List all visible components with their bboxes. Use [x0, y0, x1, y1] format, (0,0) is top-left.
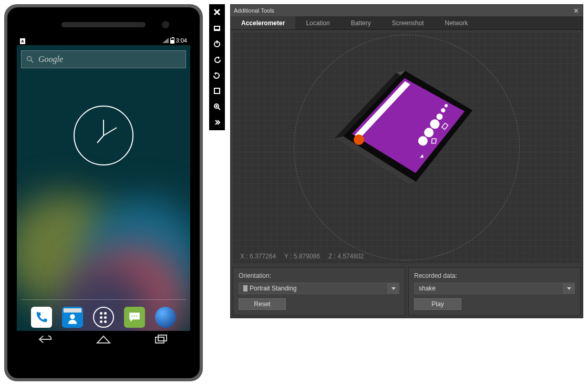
phone-screen[interactable]: A 3:04 Google — [17, 36, 190, 350]
rotate-right-button[interactable] — [209, 67, 225, 83]
3d-pivot-handle[interactable] — [354, 134, 364, 145]
svg-point-6 — [70, 314, 75, 319]
status-left: A — [20, 37, 25, 44]
recorded-select[interactable]: shake — [414, 283, 575, 294]
recorded-group: Recorded data: shake Play — [408, 267, 581, 316]
reset-button[interactable]: Reset — [239, 298, 286, 310]
battery-icon — [170, 38, 174, 44]
search-icon — [26, 55, 34, 64]
speaker-grille — [61, 22, 146, 27]
panel-header: Additional Tools ✕ — [231, 5, 583, 16]
search-placeholder: Google — [38, 55, 63, 64]
tab-accelerometer[interactable]: Accelerometer — [231, 16, 295, 29]
zoom-button[interactable] — [209, 99, 225, 115]
recorded-label: Recorded data: — [414, 272, 575, 279]
emulator-device: A 3:04 Google — [4, 4, 203, 381]
orientation-select[interactable]: Portrait Standing — [239, 283, 399, 294]
signal-icon — [162, 38, 169, 43]
status-right: 3:04 — [162, 37, 187, 44]
keyboard-indicator: A — [20, 38, 25, 44]
panel-tabs: Accelerometer Location Battery Screensho… — [231, 16, 583, 30]
orientation-group: Orientation: Portrait Standing Reset — [233, 267, 405, 316]
recent-button[interactable] — [154, 335, 169, 346]
clock-text: 3:04 — [176, 37, 187, 44]
front-camera — [162, 21, 169, 28]
browser-app-icon[interactable] — [155, 307, 176, 328]
svg-point-7 — [131, 316, 132, 317]
dock-divider — [21, 299, 186, 300]
rotate-left-button[interactable] — [209, 51, 225, 67]
controls-row: Orientation: Portrait Standing Reset Rec… — [231, 265, 583, 318]
minimize-button[interactable] — [209, 20, 225, 36]
home-button[interactable] — [96, 335, 111, 346]
svg-rect-16 — [214, 88, 220, 93]
tab-network[interactable]: Network — [434, 16, 478, 29]
tab-location[interactable]: Location — [295, 16, 340, 29]
dock — [17, 307, 190, 328]
close-button[interactable] — [209, 4, 225, 20]
back-button[interactable] — [38, 335, 53, 346]
panel-close-button[interactable]: ✕ — [572, 7, 580, 14]
messaging-app-icon[interactable] — [124, 307, 145, 328]
google-search-widget[interactable]: Google — [21, 50, 186, 68]
more-tools-button[interactable] — [209, 115, 225, 130]
svg-line-5 — [97, 136, 104, 143]
coord-y: Y : 5.879086 — [284, 253, 320, 260]
coord-x: X : 6.377264 — [240, 253, 276, 260]
phone-portrait-icon — [243, 285, 247, 292]
coordinate-readout: X : 6.377264 Y : 5.879086 Z : 4.574802 — [240, 253, 364, 260]
emulator-toolbar — [209, 4, 225, 130]
svg-point-9 — [136, 316, 137, 317]
svg-rect-11 — [158, 335, 167, 341]
additional-tools-panel: Additional Tools ✕ Accelerometer Locatio… — [230, 4, 583, 318]
recorded-value: shake — [414, 283, 563, 294]
svg-rect-10 — [156, 337, 164, 343]
play-button[interactable]: Play — [414, 298, 461, 310]
navigation-bar — [17, 331, 190, 350]
status-bar: A 3:04 — [17, 36, 190, 45]
chevron-down-icon[interactable] — [563, 283, 575, 294]
svg-line-4 — [104, 128, 117, 136]
accelerometer-canvas[interactable]: X : 6.377264 Y : 5.879086 Z : 4.574802 — [233, 32, 581, 263]
svg-point-8 — [134, 316, 135, 317]
power-button[interactable] — [209, 36, 225, 51]
orientation-label: Orientation: — [239, 272, 399, 279]
svg-line-1 — [31, 60, 33, 63]
analog-clock-widget[interactable] — [72, 104, 135, 169]
contacts-app-icon[interactable] — [62, 307, 83, 328]
fit-screen-button[interactable] — [209, 83, 225, 99]
svg-rect-34 — [243, 285, 247, 292]
panel-title: Additional Tools — [234, 7, 274, 14]
phone-app-icon[interactable] — [31, 307, 52, 328]
svg-point-0 — [27, 57, 32, 61]
chevron-down-icon[interactable] — [388, 283, 399, 294]
app-drawer-icon[interactable] — [93, 307, 114, 328]
phone-body: A 3:04 Google — [7, 7, 200, 378]
tab-battery[interactable]: Battery — [341, 16, 381, 29]
tab-screenshot[interactable]: Screenshot — [381, 16, 435, 29]
orientation-value: Portrait Standing — [239, 283, 388, 294]
svg-line-18 — [218, 108, 220, 110]
coord-z: Z : 4.574802 — [328, 253, 364, 260]
